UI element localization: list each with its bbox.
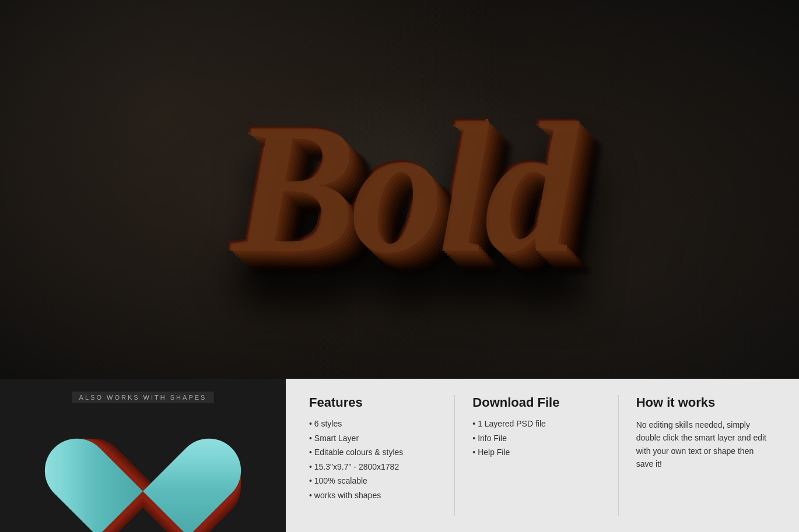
how-it-works-section: How it works No editing skills needed, s… [618, 395, 782, 516]
how-it-works-description: No editing skills needed, simply double … [636, 418, 770, 471]
download-title: Download File [472, 395, 606, 410]
feature-item-6: works with shapes [309, 490, 443, 502]
download-item-1: 1 Layered PSD file [472, 418, 606, 430]
info-panels: Features 6 styles Smart Layer Editable c… [286, 379, 799, 532]
feature-item-5: 100% scalable [309, 475, 443, 487]
hero-section: Bold [0, 0, 799, 379]
heart-shape-container [67, 386, 219, 532]
features-title: Features [309, 395, 443, 410]
download-section: Download File 1 Layered PSD file Info Fi… [454, 395, 618, 516]
feature-item-2: Smart Layer [309, 433, 443, 445]
shapes-preview-section: ALSO WORKS WITH SHAPES [0, 379, 286, 532]
features-section: Features 6 styles Smart Layer Editable c… [303, 395, 454, 516]
bottom-panel: ALSO WORKS WITH SHAPES Features 6 styles… [0, 379, 799, 532]
download-item-3: Help File [472, 447, 606, 459]
bold-text-display: Bold [230, 93, 569, 279]
feature-item-3: Editable colours & styles [309, 447, 443, 459]
features-list: 6 styles Smart Layer Editable colours & … [309, 418, 443, 502]
heart-shape [79, 398, 207, 515]
download-item-2: Info File [472, 433, 606, 445]
feature-item-4: 15.3"x9.7" - 2800x1782 [309, 461, 443, 473]
feature-item-1: 6 styles [309, 418, 443, 430]
how-it-works-title: How it works [636, 395, 770, 410]
download-list: 1 Layered PSD file Info File Help File [472, 418, 606, 459]
